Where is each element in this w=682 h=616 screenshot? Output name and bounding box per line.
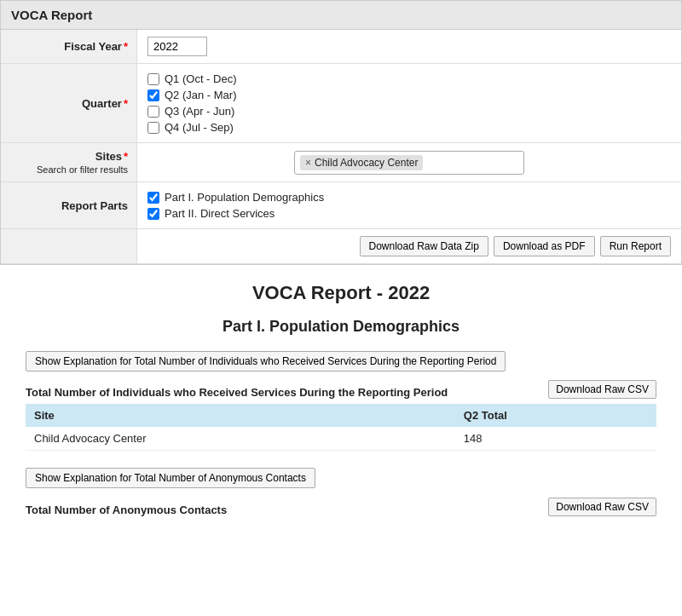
- quarter-q2-row: Q2 (Jan - Mar): [147, 89, 671, 101]
- page-title: VOCA Report: [11, 8, 92, 22]
- report-main-title: VOCA Report - 2022: [26, 282, 656, 304]
- fiscal-year-label: Fiscal Year*: [1, 30, 137, 63]
- table2-section: Show Explanation for Total Number of Ano…: [26, 468, 656, 516]
- download-pdf-button[interactable]: Download as PDF: [494, 236, 595, 256]
- cell-site: Child Advocacy Center: [26, 427, 455, 451]
- run-report-button[interactable]: Run Report: [600, 236, 671, 256]
- quarter-q3-row: Q3 (Apr - Jun): [147, 105, 671, 118]
- part1-checkbox[interactable]: [147, 192, 159, 204]
- fiscal-year-input[interactable]: [147, 37, 207, 56]
- site-tag-remove[interactable]: ×: [305, 157, 311, 169]
- download-csv-btn1[interactable]: Download Raw CSV: [548, 380, 656, 399]
- sites-row: Sites* Search or filter results × Child …: [1, 143, 681, 182]
- site-tag-label: Child Advocacy Center: [315, 157, 418, 169]
- table1-header-tr: Site Q2 Total: [26, 404, 656, 427]
- quarter-q4-row: Q4 (Jul - Sep): [147, 121, 671, 134]
- explanation-btn1[interactable]: Show Explanation for Total Number of Ind…: [26, 351, 506, 371]
- buttons-row: Download Raw Data Zip Download as PDF Ru…: [1, 229, 681, 264]
- report-section-title: Part I. Population Demographics: [26, 318, 656, 336]
- site-tag: × Child Advocacy Center: [300, 155, 423, 170]
- fiscal-year-row: Fiscal Year*: [1, 30, 681, 64]
- fiscal-year-content: [137, 30, 681, 63]
- download-csv-btn2[interactable]: Download Raw CSV: [548, 498, 656, 516]
- sites-sublabel: Search or filter results: [37, 164, 128, 175]
- sites-label: Sites* Search or filter results: [1, 143, 137, 181]
- quarter-q1-checkbox[interactable]: [147, 73, 159, 85]
- quarter-content: Q1 (Oct - Dec) Q2 (Jan - Mar) Q3 (Apr - …: [137, 64, 681, 142]
- part2-row: Part II. Direct Services: [147, 207, 671, 220]
- page-header: VOCA Report: [0, 0, 682, 30]
- download-raw-zip-button[interactable]: Download Raw Data Zip: [360, 236, 488, 256]
- table1-header-row: Total Number of Individuals who Received…: [26, 380, 656, 399]
- sites-content: × Child Advocacy Center: [137, 143, 681, 181]
- table2-header-row: Total Number of Anonymous Contacts Downl…: [26, 497, 656, 516]
- report-parts-label: Report Parts: [1, 182, 137, 228]
- report-parts-content: Part I. Population Demographics Part II.…: [137, 182, 681, 228]
- part1-row: Part I. Population Demographics: [147, 191, 671, 204]
- quarter-q2-label[interactable]: Q2 (Jan - Mar): [165, 89, 237, 101]
- buttons-content: Download Raw Data Zip Download as PDF Ru…: [137, 229, 681, 263]
- required-indicator: *: [124, 150, 128, 163]
- table2-label: Total Number of Anonymous Contacts: [26, 504, 227, 516]
- sites-tag-container[interactable]: × Child Advocacy Center: [294, 151, 524, 175]
- quarter-row: Quarter* Q1 (Oct - Dec) Q2 (Jan - Mar) Q…: [1, 64, 681, 143]
- explanation-btn2[interactable]: Show Explanation for Total Number of Ano…: [26, 468, 315, 488]
- cell-q2-total: 148: [455, 427, 656, 451]
- quarter-q1-label[interactable]: Q1 (Oct - Dec): [165, 72, 237, 85]
- table1-label: Total Number of Individuals who Received…: [26, 386, 548, 399]
- part2-checkbox[interactable]: [147, 208, 159, 220]
- form-section: Fiscal Year* Quarter* Q1 (Oct - Dec) Q2 …: [0, 30, 682, 265]
- quarter-q3-label[interactable]: Q3 (Apr - Jun): [165, 105, 234, 118]
- col-q2-total: Q2 Total: [455, 404, 656, 427]
- col-site: Site: [26, 404, 455, 427]
- table-row: Child Advocacy Center 148: [26, 427, 656, 451]
- quarter-q4-label[interactable]: Q4 (Jul - Sep): [165, 121, 234, 134]
- table1-section: Show Explanation for Total Number of Ind…: [26, 351, 656, 451]
- table1: Site Q2 Total Child Advocacy Center 148: [26, 404, 656, 451]
- report-container: VOCA Report - 2022 Part I. Population De…: [0, 265, 682, 550]
- part2-label[interactable]: Part II. Direct Services: [165, 207, 275, 220]
- quarter-q2-checkbox[interactable]: [147, 89, 159, 101]
- quarter-q1-row: Q1 (Oct - Dec): [147, 72, 671, 85]
- required-indicator: *: [124, 40, 128, 53]
- quarter-q3-checkbox[interactable]: [147, 106, 159, 118]
- required-indicator: *: [124, 97, 128, 110]
- quarter-q4-checkbox[interactable]: [147, 122, 159, 134]
- report-parts-row: Report Parts Part I. Population Demograp…: [1, 182, 681, 229]
- buttons-label-empty: [1, 229, 137, 263]
- part1-label[interactable]: Part I. Population Demographics: [165, 191, 324, 204]
- quarter-label: Quarter*: [1, 64, 137, 142]
